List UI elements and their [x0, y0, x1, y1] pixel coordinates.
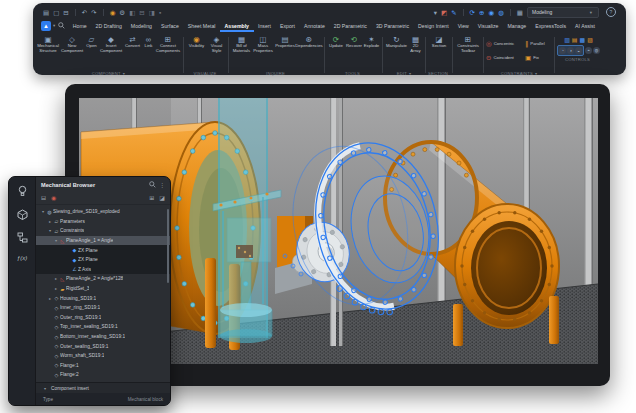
tab-modeling[interactable]: Modeling [126, 20, 156, 32]
tree-item-motor[interactable]: ◇ Motor:1 [36, 380, 170, 382]
update-button[interactable]: ⟳ Update [327, 34, 345, 54]
bill-of-materials-button[interactable]: ▦ Bill of Materials [231, 34, 252, 54]
view-control-4-icon[interactable]: ▨ [587, 37, 593, 44]
connect-components-button[interactable]: ⊞ Connect Components [155, 34, 181, 54]
explode-button[interactable]: ✶ Explode [363, 34, 380, 54]
tab-3d-parametric[interactable]: 3D Parametric [371, 20, 413, 32]
settings-icon[interactable]: ⚙ [119, 9, 125, 16]
view-control-1-icon[interactable]: ▥ [564, 37, 570, 44]
caret-icon[interactable]: ▾ [42, 386, 48, 391]
sheet-set-icon[interactable]: ▦ [517, 9, 523, 16]
globe-icon[interactable]: ◍ [498, 9, 504, 16]
expand-all-icon[interactable]: ⊞ [149, 195, 154, 202]
tab-sheet-metal[interactable]: Sheet Metal [183, 20, 220, 32]
tab-manage[interactable]: Manage [503, 20, 531, 32]
search-icon[interactable] [58, 22, 65, 29]
visibility-toggle-icon[interactable]: ◉ [110, 9, 116, 16]
quickaccess-caret-icon[interactable]: ▾ [434, 9, 437, 16]
tab-view[interactable]: View [453, 20, 473, 32]
annotate-icon[interactable]: ✎ [451, 9, 456, 16]
pin-icon[interactable]: ▪ [159, 9, 161, 16]
tab-home[interactable]: Home [68, 20, 91, 32]
parallel-button[interactable]: ∥ Parallel [525, 37, 552, 50]
2d-array-button[interactable]: ▦ 2D Array [408, 34, 423, 54]
tree-item-planeangle-2[interactable]: ▸ ◺ PlaneAngle_2 = Angle*128 [36, 274, 170, 284]
tree-item-outer-sealing[interactable]: ◇ Outer_sealing_SD19:1 [36, 341, 170, 351]
zoom-icon[interactable]: ⊕ [479, 9, 484, 16]
tree-item-constraints[interactable]: ▾ ▱ Constraints [36, 226, 170, 236]
constraints-toolbar-button[interactable]: ⊞ Constraints Toolbar [455, 34, 481, 54]
workspace-select[interactable]: Modeling ▾ [527, 7, 599, 18]
structure-tree-icon[interactable] [17, 232, 28, 243]
render-icon[interactable]: ◩ [441, 9, 447, 16]
mechanical-browser-icon[interactable] [17, 209, 28, 220]
visual-style-button[interactable]: ◈ Visual Style [207, 34, 226, 54]
redo-icon[interactable]: ↷ [91, 9, 96, 16]
sync-icon[interactable]: ⟳ [470, 9, 475, 16]
tree-item-zx-plane-1[interactable]: ◆ ZX Plane [36, 245, 170, 255]
visibility-button[interactable]: ◉ Visibility [186, 34, 207, 54]
structure-filter-icon[interactable]: ⊟ [41, 195, 46, 202]
fix-button[interactable]: ▣ Fix [525, 51, 552, 64]
link-button[interactable]: ∞ Link [142, 34, 155, 54]
undo-icon[interactable]: ↶ [82, 9, 87, 16]
new-component-button[interactable]: ◇ New Component [60, 34, 84, 54]
home-view-icon[interactable]: ◧ [129, 9, 135, 16]
parameters-fx-icon[interactable]: ƒ(x) [17, 255, 27, 261]
plot-icon[interactable]: ⊟ [139, 9, 144, 16]
tab-insert[interactable]: Insert [254, 20, 276, 32]
save-icon[interactable]: ▤ [43, 9, 49, 16]
new-file-icon[interactable]: ▢ [53, 9, 59, 16]
tree-item-outer-ring[interactable]: ◇ Outer_ring_SD19:1 [36, 313, 170, 323]
insert-component-button[interactable]: ◆ Insert Component [99, 34, 123, 54]
panel-theme-icon[interactable]: ◪ [159, 195, 165, 202]
help-icon[interactable]: ? [606, 7, 616, 17]
lightbulb-icon[interactable] [17, 185, 28, 197]
tab-expresstools[interactable]: ExpressTools [531, 20, 571, 32]
orbit-control-icon[interactable]: ◔ [559, 47, 566, 54]
tab-design-intent[interactable]: Design Intent [414, 20, 454, 32]
tree-item-inner-ring[interactable]: ◇ Inner_ring_SD19:1 [36, 303, 170, 313]
tree-item-rigidset[interactable]: ▸ ▰ RigidSet_3 [36, 284, 170, 294]
convert-button[interactable]: ⇄ Convert [123, 34, 142, 54]
dependencies-button[interactable]: ⊛ Dependencies [296, 34, 322, 54]
mass-properties-button[interactable]: ◫ Mass Properties [252, 34, 274, 54]
tree-item-flange-1[interactable]: ◇ Flange:1 [36, 361, 170, 371]
manipulate-button[interactable]: ↻ Manipulate [385, 34, 408, 54]
tab-surface[interactable]: Surface [156, 20, 183, 32]
tree-item-root[interactable]: ▾ ◍ Slewing_drive_SD19_exploded [36, 207, 170, 217]
globe-control-icon[interactable]: ◍ [593, 47, 600, 54]
tree-item-zx-plane-2[interactable]: ◆ ZX Plane [36, 255, 170, 265]
tab-annotate[interactable]: Annotate [300, 20, 330, 32]
tree-item-top-inner-sealing[interactable]: ◇ Top_inner_sealing_SD19:1 [36, 322, 170, 332]
scrollbar[interactable] [167, 209, 169, 283]
walk-control-icon[interactable]: ◓ [585, 47, 592, 54]
tab-export[interactable]: Export [276, 20, 300, 32]
tab-ai-assist[interactable]: AI Assist [571, 20, 600, 32]
tab-assembly[interactable]: Assembly [220, 20, 254, 32]
component-insert-section[interactable]: ▾ Component insert [36, 383, 170, 393]
tree-item-bottom-inner-sealing[interactable]: ◇ Bottom_inner_sealing_SD19:1 [36, 332, 170, 342]
tree-item-worm-shaft[interactable]: ◇ Worm_shaft_SD19:1 [36, 351, 170, 361]
view-control-3-icon[interactable]: ▩ [580, 37, 586, 44]
tree-item-parameters[interactable]: ▸ ▱ Parameters [36, 217, 170, 227]
properties-button[interactable]: ▤ Properties [274, 34, 296, 54]
constraint-filter-icon[interactable]: ◉ [51, 195, 56, 202]
panel-menu-icon[interactable]: ⋮ [159, 181, 165, 188]
section-button[interactable]: ◪ Section [430, 34, 448, 54]
tree-item-planeangle-1[interactable]: ▾ ◺ PlaneAngle_1 = Angle [36, 236, 170, 246]
pan-control-icon[interactable]: ◑ [567, 47, 574, 54]
tree-item-flange-2[interactable]: ◇ Flange:2 [36, 370, 170, 380]
tree-item-z-axis[interactable]: ∠ Z Axis [36, 265, 170, 275]
display-icon[interactable]: ◨ [149, 9, 155, 16]
search-icon[interactable] [149, 181, 156, 188]
view-control-2-icon[interactable]: ▤ [572, 37, 578, 44]
tab-2d-drafting[interactable]: 2D Drafting [91, 20, 126, 32]
coincident-button[interactable]: ⊙ Coincident [486, 51, 523, 64]
open-button[interactable]: ▱ Open [84, 34, 99, 54]
mechanical-structure-button[interactable]: ▣ Mechanical Structure [36, 34, 60, 54]
print-icon[interactable]: ⊟ [63, 9, 68, 16]
tab-2d-parametric[interactable]: 2D Parametric [329, 20, 371, 32]
recover-button[interactable]: ⟲ Recover [345, 34, 363, 54]
concentric-button[interactable]: ◎ Concentric [486, 37, 523, 50]
